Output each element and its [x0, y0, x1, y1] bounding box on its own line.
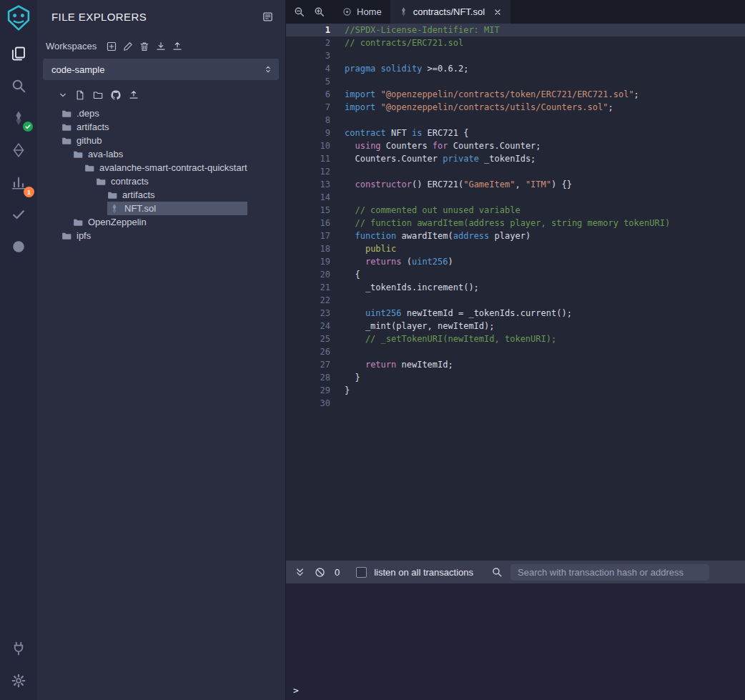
icon-sidebar: 1	[0, 0, 37, 700]
terminal-toolbar: 0 listen on all transactions	[286, 561, 745, 583]
solidity-file-icon	[109, 204, 119, 214]
code-line	[345, 345, 745, 358]
code-line: Counters.Counter private _tokenIds;	[345, 152, 745, 165]
tab-contracts-nft-sol[interactable]: contracts/NFT.sol	[390, 0, 510, 24]
line-number: 6	[286, 88, 330, 101]
tree-item-label: contracts	[111, 176, 149, 187]
line-number: 4	[286, 62, 330, 75]
line-number: 26	[286, 345, 330, 358]
terminal-search-input[interactable]	[510, 564, 709, 581]
tree-item-label: avalanche-smart-contract-quickstart	[99, 162, 247, 173]
tree-item-avalanche-smart-contract-quickstart[interactable]: avalanche-smart-contract-quickstart	[37, 161, 285, 174]
clear-console-icon[interactable]	[315, 567, 325, 578]
code-line: //SPDX-License-Identifier: MIT	[345, 24, 745, 36]
tree-item-openzeppelin[interactable]: OpenZeppelin	[37, 215, 285, 229]
sidebar-item-file-explorer[interactable]	[6, 43, 31, 64]
tree-item-github[interactable]: github	[37, 134, 285, 147]
line-number: 16	[286, 217, 330, 230]
sidebar-item-deploy-and-run[interactable]	[6, 139, 31, 161]
folder-icon	[61, 122, 71, 132]
tree-item-artifacts[interactable]: artifacts	[37, 120, 285, 134]
sidebar-item-search[interactable]	[6, 75, 31, 97]
create-workspace-icon[interactable]	[107, 41, 117, 51]
code-line: {	[345, 268, 745, 281]
code-line: _mint(player, newItemId);	[345, 320, 745, 332]
new-folder-icon[interactable]	[93, 90, 103, 100]
file-explorer-panel: FILE EXPLORERS Workspaces code-sample .d…	[37, 0, 286, 700]
listen-transactions-checkbox[interactable]	[356, 567, 367, 578]
folder-icon	[73, 217, 83, 227]
code-line: }	[345, 371, 745, 384]
sourcify-icon	[11, 240, 26, 254]
remix-logo[interactable]	[5, 4, 32, 31]
tree-item-artifacts[interactable]: artifacts	[37, 188, 285, 202]
sidebar-item-sourcify[interactable]	[6, 236, 31, 257]
line-number: 11	[286, 152, 330, 165]
code-line	[345, 397, 745, 410]
upload-file-icon[interactable]	[129, 90, 139, 100]
terminal-prompt: >	[293, 685, 299, 696]
line-number: 2	[286, 36, 330, 49]
tree-item-label: ipfs	[77, 230, 91, 241]
tree-item-label: artifacts	[77, 122, 109, 132]
sidebar-item-plugin-manager[interactable]	[6, 638, 31, 659]
listen-transactions-label: listen on all transactions	[374, 567, 473, 578]
line-number: 19	[286, 255, 330, 268]
line-number: 22	[286, 294, 330, 307]
download-workspace-icon[interactable]	[156, 41, 166, 51]
line-number: 21	[286, 281, 330, 294]
rename-workspace-icon[interactable]	[123, 41, 133, 51]
new-file-icon[interactable]	[75, 90, 85, 100]
workspace-select[interactable]: code-sample	[43, 59, 279, 80]
zoom-out-icon[interactable]	[294, 6, 305, 17]
close-tab-icon[interactable]	[493, 8, 502, 16]
sidebar-item-static-analysis[interactable]: 1	[6, 172, 31, 193]
folder-icon	[61, 136, 71, 146]
line-number: 12	[286, 165, 330, 178]
tree-item-label: ava-labs	[88, 149, 123, 159]
collapse-tree-icon[interactable]	[59, 91, 67, 99]
line-number: 25	[286, 332, 330, 345]
line-number: 9	[286, 127, 330, 139]
line-number: 14	[286, 191, 330, 204]
workspaces-label: Workspaces	[46, 41, 97, 51]
line-number: 15	[286, 204, 330, 217]
remix-tab-icon	[342, 7, 352, 16]
terminal-output[interactable]: >	[286, 583, 745, 700]
code-content: //SPDX-License-Identifier: MIT// contrac…	[345, 24, 745, 410]
delete-workspace-icon[interactable]	[139, 41, 149, 51]
workspace-menu-icon[interactable]	[262, 11, 273, 22]
tab-bar: Home contracts/NFT.sol	[286, 0, 745, 24]
panel-title: FILE EXPLORERS	[51, 11, 147, 23]
terminal-expand-icon[interactable]	[295, 567, 305, 578]
tree-item-contracts[interactable]: contracts	[37, 174, 285, 188]
line-number: 8	[286, 114, 330, 127]
code-editor[interactable]: 1234567891011121314151617181920212223242…	[286, 24, 745, 561]
folder-icon	[107, 190, 117, 200]
plug-icon	[11, 641, 26, 656]
code-line: constructor() ERC721("GameItem", "ITM") …	[345, 178, 745, 191]
code-line: pragma solidity >=0.6.2;	[345, 62, 745, 75]
line-number: 1	[286, 24, 330, 36]
line-number: 23	[286, 307, 330, 320]
restore-workspace-icon[interactable]	[172, 41, 182, 51]
sidebar-item-solidity-compiler[interactable]	[6, 107, 31, 129]
github-icon[interactable]	[111, 90, 121, 100]
code-line	[345, 294, 745, 307]
line-number: 30	[286, 397, 330, 410]
sidebar-item-unit-testing[interactable]	[6, 204, 31, 225]
sidebar-item-settings[interactable]	[6, 670, 31, 691]
folder-icon	[61, 109, 71, 119]
terminal: 0 listen on all transactions >	[286, 561, 745, 700]
zoom-in-icon[interactable]	[314, 6, 325, 17]
code-line	[345, 49, 745, 62]
code-line: using Counters for Counters.Counter;	[345, 139, 745, 152]
tree-item-ipfs[interactable]: ipfs	[37, 229, 285, 242]
line-number: 18	[286, 242, 330, 255]
tree-item-nft-sol[interactable]: NFT.sol	[37, 202, 285, 215]
tree-item--deps[interactable]: .deps	[37, 107, 285, 120]
tree-item-ava-labs[interactable]: ava-labs	[37, 147, 285, 161]
tab-home[interactable]: Home	[334, 0, 390, 24]
folder-icon	[96, 177, 106, 187]
deploy-run-icon	[11, 143, 26, 157]
